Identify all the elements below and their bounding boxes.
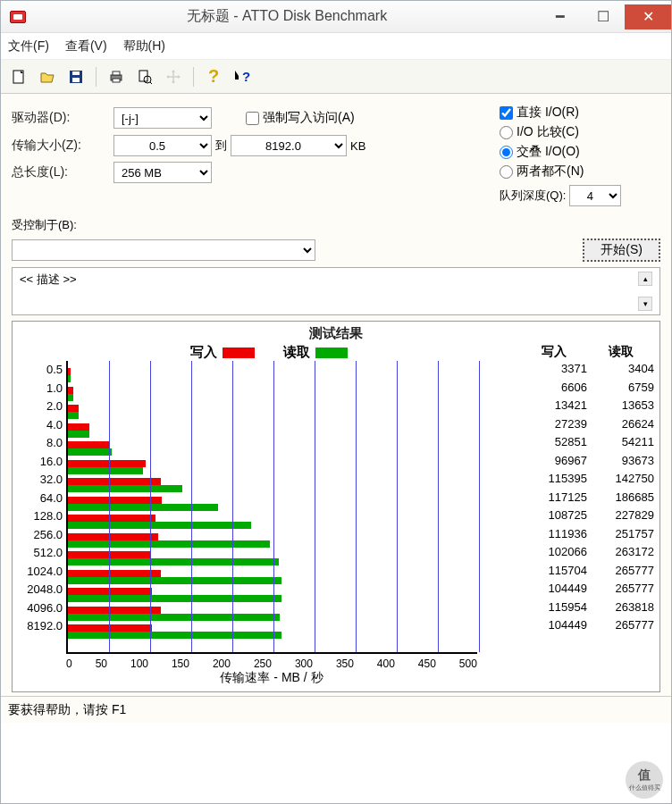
status-text: 要获得帮助，请按 F1 [8, 702, 126, 718]
menu-help[interactable]: 帮助(H) [123, 38, 165, 54]
y-axis-labels: 0.51.02.04.08.016.032.064.0128.0256.0512… [18, 361, 66, 657]
kb-label: KB [350, 139, 365, 153]
help-icon[interactable]: ? [205, 68, 223, 86]
description-text: << 描述 >> [20, 272, 77, 311]
overlapped-radio[interactable]: 交叠 I/O(O) [500, 144, 660, 160]
app-icon [10, 11, 26, 23]
svg-rect-2 [72, 78, 80, 82]
print-icon[interactable] [107, 68, 125, 86]
controlled-label: 受控制于(B): [12, 217, 660, 233]
chart-area: 测试结果 写入 读取 0.51.02.04.08.016.032.064.012… [12, 321, 660, 692]
to-label: 到 [215, 138, 227, 154]
maximize-button[interactable]: ☐ [582, 4, 625, 29]
svg-line-9 [150, 82, 152, 84]
move-icon [164, 68, 182, 86]
chart-legend: 写入 读取 [18, 344, 520, 361]
new-icon[interactable] [10, 68, 28, 86]
svg-rect-5 [113, 71, 120, 75]
start-button[interactable]: 开始(S) [583, 239, 660, 262]
save-icon[interactable] [67, 68, 85, 86]
close-button[interactable]: ✕ [625, 4, 671, 29]
drive-select[interactable]: [-j-] [113, 107, 212, 129]
length-label: 总长度(L): [12, 164, 110, 180]
direct-io-checkbox[interactable]: 直接 I/O(R) [500, 105, 660, 121]
io-compare-radio[interactable]: I/O 比较(C) [500, 124, 660, 140]
drive-label: 驱动器(D): [12, 110, 110, 126]
menu-file[interactable]: 文件(F) [8, 38, 49, 54]
titlebar: 无标题 - ATTO Disk Benchmark ━ ☐ ✕ [1, 1, 671, 33]
chart-title: 测试结果 [18, 325, 654, 342]
chart-plot [66, 361, 477, 654]
menu-view[interactable]: 查看(V) [65, 38, 107, 54]
scroll-up-icon[interactable]: ▴ [638, 272, 652, 286]
description-box[interactable]: << 描述 >> ▴ ▾ [12, 267, 660, 315]
scroll-down-icon[interactable]: ▾ [638, 297, 652, 311]
svg-rect-3 [72, 71, 80, 75]
statusbar: 要获得帮助，请按 F1 [1, 696, 671, 723]
svg-text:?: ? [242, 69, 250, 84]
force-write-checkbox[interactable]: 强制写入访问(A) [246, 110, 355, 126]
svg-rect-6 [113, 79, 120, 82]
queue-select[interactable]: 4 [569, 185, 621, 206]
menubar: 文件(F) 查看(V) 帮助(H) [1, 33, 671, 60]
minimize-button[interactable]: ━ [539, 4, 582, 29]
content-area: 驱动器(D): [-j-] 强制写入访问(A) 传输大小(Z): 0.5 到 8… [1, 94, 671, 696]
context-help-icon[interactable]: ? [233, 68, 251, 86]
length-select[interactable]: 256 MB [113, 162, 212, 183]
window-title: 无标题 - ATTO Disk Benchmark [35, 7, 539, 26]
preview-icon[interactable] [136, 68, 154, 86]
neither-radio[interactable]: 两者都不(N) [500, 163, 660, 180]
watermark-icon: 值什么值得买 [626, 761, 663, 799]
transfer-from-select[interactable]: 0.5 [113, 135, 212, 156]
x-axis-ticks: 050100150200250300350400450500 [66, 657, 477, 670]
transfer-label: 传输大小(Z): [12, 138, 110, 154]
open-icon[interactable] [38, 68, 56, 86]
queue-label: 队列深度(Q): [500, 188, 566, 204]
toolbar: ? ? [1, 60, 671, 94]
value-columns: 写入读取 33713404660667591342113653272392662… [520, 344, 654, 686]
x-axis-label: 传输速率 - MB / 秒 [66, 670, 477, 686]
controlled-select[interactable] [12, 239, 315, 261]
transfer-to-select[interactable]: 8192.0 [231, 135, 347, 156]
